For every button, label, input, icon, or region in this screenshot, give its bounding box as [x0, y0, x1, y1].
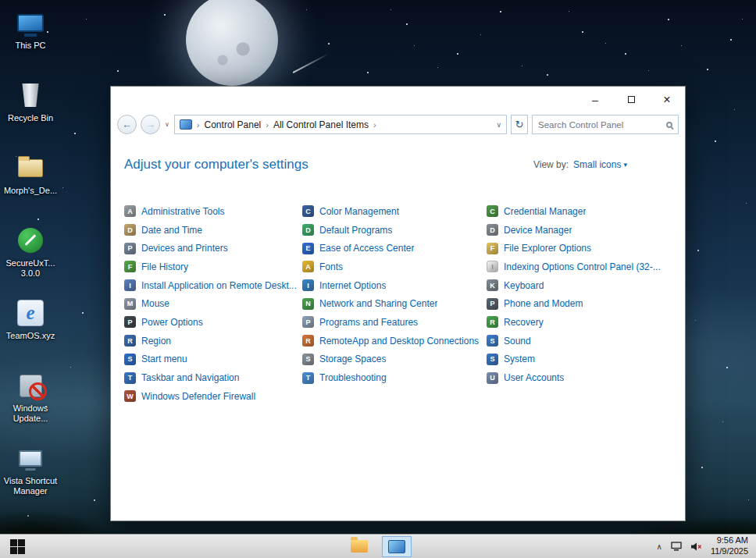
- maximize-button[interactable]: [613, 87, 649, 112]
- control-panel-item[interactable]: SSound: [487, 332, 676, 350]
- taskbar-control-panel-icon: [388, 540, 405, 553]
- desktop-icon-list: This PCRecycle BinMorph's_De...SecureUxT…: [1, 5, 60, 513]
- control-panel-item-icon: S: [124, 354, 136, 365]
- moon: [186, 0, 278, 86]
- control-panel-item-label: RemoteApp and Desktop Connections: [319, 336, 479, 347]
- address-dropdown-icon[interactable]: ∨: [496, 121, 501, 129]
- control-panel-item-label: File History: [141, 261, 188, 272]
- control-panel-item[interactable]: FFile Explorer Options: [487, 239, 676, 258]
- windows-logo-icon: [10, 539, 25, 554]
- control-panel-column: CCredential ManagerDDevice ManagerFFile …: [487, 202, 676, 406]
- control-panel-item[interactable]: AFonts: [302, 258, 487, 276]
- control-panel-item[interactable]: SStorage Spaces: [302, 350, 487, 369]
- desktop-icon-folder[interactable]: Morph's_De...: [1, 150, 60, 222]
- folder-icon: [351, 540, 368, 553]
- taskbar-file-explorer-button[interactable]: [344, 536, 374, 557]
- control-panel-item-icon: P: [124, 243, 136, 254]
- control-panel-item[interactable]: CCredential Manager: [487, 202, 676, 221]
- control-panel-item[interactable]: UUser Accounts: [487, 368, 676, 387]
- back-button[interactable]: ←: [117, 115, 137, 134]
- network-icon[interactable]: [671, 542, 682, 551]
- control-panel-item[interactable]: TTroubleshooting: [302, 368, 487, 387]
- control-panel-item-label: Network and Sharing Center: [319, 298, 437, 309]
- desktop-icon-windows-update[interactable]: Windows Update...: [1, 368, 60, 440]
- control-panel-item[interactable]: SSystem: [487, 350, 676, 369]
- control-panel-item-label: Indexing Options Control Panel (32-...: [504, 261, 661, 272]
- start-button[interactable]: [0, 535, 34, 558]
- view-by-value: Small icons: [573, 159, 621, 170]
- control-panel-item[interactable]: PDevices and Printers: [124, 239, 302, 258]
- control-panel-item-icon: P: [487, 298, 498, 310]
- control-panel-item[interactable]: RRecovery: [487, 313, 676, 332]
- control-panel-item-icon: D: [124, 224, 136, 236]
- tray-chevron-up-icon[interactable]: ∧: [657, 542, 662, 551]
- taskbar-clock[interactable]: 9:56 AM 11/9/2025: [711, 535, 748, 557]
- control-panel-item-label: Default Programs: [319, 225, 392, 236]
- recent-pages-dropdown-icon[interactable]: ∨: [165, 121, 169, 128]
- control-panel-item-label: Install Application on Remote Deskt...: [141, 280, 297, 291]
- control-panel-item[interactable]: PPrograms and Features: [302, 313, 487, 332]
- desktop-icon-secureux[interactable]: SecureUxT... 3.0.0: [1, 222, 60, 295]
- taskbar-control-panel-button[interactable]: [382, 536, 412, 557]
- desktop-icon-ie[interactable]: TeamOS.xyz: [1, 295, 60, 368]
- control-panel-item-icon: C: [302, 205, 314, 217]
- control-panel-item[interactable]: FFile History: [124, 258, 302, 276]
- control-panel-item-label: Power Options: [141, 317, 203, 328]
- control-panel-item-icon: I: [124, 279, 136, 291]
- control-panel-item[interactable]: KKeyboard: [487, 276, 676, 295]
- control-panel-item-icon: R: [124, 335, 136, 347]
- search-input[interactable]: [538, 120, 663, 130]
- control-panel-item[interactable]: SStart menu: [124, 350, 302, 369]
- minimize-icon: –: [592, 94, 598, 105]
- desktop-icon-vista-monitor[interactable]: Vista Shortcut Manager: [1, 440, 60, 513]
- ie-icon: [17, 297, 44, 329]
- titlebar[interactable]: – ×: [111, 87, 685, 112]
- control-panel-item[interactable]: RRegion: [124, 332, 302, 350]
- breadcrumb-item-control-panel[interactable]: Control Panel: [205, 119, 262, 130]
- control-panel-item[interactable]: DDate and Time: [124, 221, 302, 240]
- control-panel-item-label: Region: [141, 336, 171, 347]
- breadcrumb-separator: ›: [266, 120, 269, 130]
- desktop-icon-recycle-bin[interactable]: Recycle Bin: [1, 77, 60, 150]
- control-panel-item-icon: S: [302, 354, 314, 365]
- control-panel-item[interactable]: IInternet Options: [302, 276, 487, 295]
- control-panel-item[interactable]: EEase of Access Center: [302, 239, 487, 258]
- minimize-button[interactable]: –: [577, 87, 613, 112]
- this-pc-icon: [17, 6, 44, 39]
- control-panel-item[interactable]: CColor Management: [302, 202, 487, 221]
- control-panel-item-icon: S: [487, 335, 498, 347]
- control-panel-item-label: Troubleshooting: [319, 372, 387, 383]
- control-panel-item[interactable]: RRemoteApp and Desktop Connections: [302, 332, 487, 350]
- control-panel-item[interactable]: IIndexing Options Control Panel (32-...: [487, 258, 676, 276]
- control-panel-item-label: Windows Defender Firewall: [141, 391, 255, 402]
- control-panel-item[interactable]: DDevice Manager: [487, 221, 676, 240]
- control-panel-item[interactable]: NNetwork and Sharing Center: [302, 294, 487, 313]
- navigation-bar: ← → ∨ › Control Panel › All Control Pane…: [111, 112, 685, 140]
- control-panel-item-label: Mouse: [141, 298, 169, 309]
- control-panel-icon[interactable]: [180, 119, 192, 130]
- control-panel-item-icon: E: [302, 243, 314, 254]
- control-panel-item[interactable]: MMouse: [124, 294, 302, 313]
- control-panel-item[interactable]: AAdministrative Tools: [124, 202, 302, 221]
- control-panel-item[interactable]: DDefault Programs: [302, 221, 487, 240]
- clock-time: 9:56 AM: [711, 535, 748, 546]
- control-panel-item[interactable]: PPhone and Modem: [487, 294, 676, 313]
- search-icon[interactable]: [666, 122, 672, 128]
- clock-date: 11/9/2025: [711, 546, 748, 557]
- breadcrumb-item-all-control-panel-items[interactable]: All Control Panel Items: [273, 119, 369, 130]
- window-content: Adjust your computer's settings View by:…: [111, 140, 685, 521]
- control-panel-item[interactable]: PPower Options: [124, 313, 302, 332]
- control-panel-item[interactable]: WWindows Defender Firewall: [124, 387, 302, 406]
- control-panel-item[interactable]: IInstall Application on Remote Deskt...: [124, 276, 302, 295]
- maximize-icon: [628, 96, 635, 103]
- control-panel-item[interactable]: TTaskbar and Navigation: [124, 368, 302, 387]
- control-panel-item-label: Taskbar and Navigation: [141, 372, 239, 383]
- forward-button[interactable]: →: [141, 115, 160, 134]
- control-panel-items: AAdministrative ToolsDDate and TimePDevi…: [124, 202, 676, 406]
- close-button[interactable]: ×: [649, 87, 685, 112]
- volume-icon[interactable]: [690, 542, 702, 551]
- desktop-icon-this-pc[interactable]: This PC: [1, 5, 60, 77]
- refresh-button[interactable]: ↻: [511, 115, 528, 134]
- view-by-dropdown[interactable]: Small icons ▾: [573, 159, 627, 170]
- desktop-icon-label: TeamOS.xyz: [6, 331, 55, 341]
